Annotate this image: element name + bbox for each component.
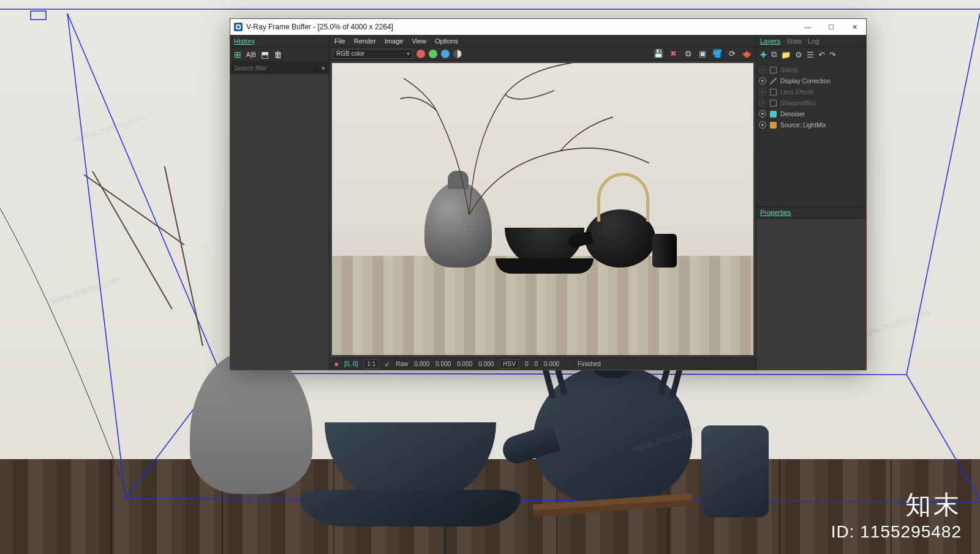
alpha-channel-icon[interactable]: [453, 50, 462, 58]
region-render-icon[interactable]: ⧉: [682, 48, 693, 59]
layer-list: Stamp Display Correction Lens Effects Sh…: [756, 62, 866, 133]
hsv-v: 0.000: [544, 361, 559, 367]
history-toolbar: ⊞ A|B ⬒ 🗑: [230, 47, 329, 62]
layer-type-icon: [770, 89, 777, 95]
properties-body[interactable]: [756, 219, 866, 370]
brand-text: 知末: [831, 488, 962, 522]
history-panel: History ⊞ A|B ⬒ 🗑 Search filter ⌕ ▾: [230, 35, 330, 370]
raw-g: 0.000: [435, 361, 451, 367]
main-toolbar: RGB color 💾 ✖ ⧉ ▣ 🪣 ⟳ 🫖: [330, 47, 756, 61]
render-icon[interactable]: ▣: [697, 48, 708, 59]
svg-line-4: [221, 373, 907, 375]
svg-line-2: [67, 13, 126, 499]
menu-image[interactable]: Image: [385, 37, 404, 45]
raw-a: 0.000: [478, 361, 494, 367]
menu-file[interactable]: File: [334, 37, 345, 45]
history-panel-title[interactable]: History: [230, 35, 329, 47]
render-state: Finished: [578, 361, 601, 367]
hsv-h: 0: [525, 361, 529, 367]
layer-label: Display Correction: [780, 78, 831, 84]
raw-label: Raw: [396, 361, 408, 367]
channel-dropdown[interactable]: RGB color: [333, 49, 413, 59]
layer-type-icon: [770, 78, 777, 84]
settings-icon[interactable]: ⚙: [795, 50, 802, 59]
window-title: V-Ray Frame Buffer - [25.0% of 4000 x 22…: [246, 23, 393, 31]
center-panel: File Render Image View Options RGB color…: [330, 35, 756, 370]
layer-type-icon: [770, 111, 777, 118]
layer-type-icon: [770, 122, 777, 129]
red-channel-icon[interactable]: [417, 50, 425, 58]
layer-row[interactable]: Display Correction: [759, 75, 864, 86]
layer-label: Sharpen/Blur: [780, 100, 816, 107]
channel-value: RGB color: [336, 50, 364, 57]
history-save-icon[interactable]: ⊞: [234, 50, 241, 59]
layer-label: Stamp: [780, 67, 798, 73]
layer-label: Denoiser: [780, 111, 805, 118]
save-image-icon[interactable]: 💾: [653, 48, 664, 59]
blue-channel-icon[interactable]: [441, 50, 450, 58]
svg-line-7: [907, 375, 980, 501]
eye-icon[interactable]: [759, 77, 766, 84]
folder-icon[interactable]: 📁: [781, 50, 791, 59]
properties-header[interactable]: Properties: [756, 206, 866, 219]
asset-id: ID: 1155295482: [831, 522, 962, 542]
eye-icon[interactable]: [759, 110, 766, 118]
status-bar: ■ [0, 0] 1:1 ↙ Raw 0.000 0.000 0.000 0.0…: [330, 357, 756, 370]
tab-layers[interactable]: Layers: [760, 37, 780, 45]
menu-view[interactable]: View: [412, 37, 426, 45]
render-canvas-wrap: [330, 61, 756, 357]
teapot-icon[interactable]: 🫖: [741, 48, 752, 59]
scene-cup: [701, 425, 769, 517]
refresh-icon[interactable]: ⟳: [726, 48, 737, 59]
layer-row[interactable]: Stamp: [759, 64, 864, 75]
layer-row[interactable]: Denoiser: [759, 108, 864, 119]
menu-bar: File Render Image View Options: [330, 35, 756, 47]
tab-log[interactable]: Log: [808, 37, 819, 45]
layers-toolbar: ✚ ⧉ 📁 ⚙ ☰ ↶ ↷: [756, 47, 866, 62]
history-list[interactable]: [230, 74, 329, 370]
minimize-button[interactable]: —: [796, 19, 820, 35]
list-icon[interactable]: ☰: [807, 50, 814, 59]
hsv-chip[interactable]: HSV: [500, 359, 519, 369]
tab-stats[interactable]: Stats: [786, 37, 802, 45]
search-placeholder: Search filter: [234, 65, 315, 72]
search-icon[interactable]: ⌕: [315, 64, 319, 72]
bucket-icon[interactable]: 🪣: [712, 48, 723, 59]
layer-label: Lens Effects: [780, 89, 814, 95]
undo-icon[interactable]: ↶: [818, 50, 825, 59]
curve-icon[interactable]: ↙: [385, 361, 390, 367]
green-channel-icon[interactable]: [429, 50, 437, 58]
status-coord: [0, 0]: [344, 361, 358, 367]
eye-icon[interactable]: [759, 99, 766, 107]
layer-row[interactable]: Lens Effects: [759, 86, 864, 97]
raw-r: 0.000: [414, 361, 429, 367]
scene-bowl: [325, 422, 496, 508]
menu-options[interactable]: Options: [435, 37, 458, 45]
layer-type-icon: [770, 100, 777, 107]
svg-rect-0: [31, 11, 46, 20]
eye-icon[interactable]: [759, 121, 766, 129]
window-titlebar[interactable]: V-Ray Frame Buffer - [25.0% of 4000 x 22…: [230, 19, 866, 35]
eye-icon[interactable]: [759, 66, 766, 73]
scale-chip[interactable]: 1:1: [364, 359, 379, 369]
raw-b: 0.000: [457, 361, 472, 367]
history-ab-icon[interactable]: A|B: [246, 51, 256, 58]
history-search[interactable]: Search filter ⌕ ▾: [230, 62, 329, 74]
history-trash-icon[interactable]: 🗑: [274, 50, 282, 59]
layer-row[interactable]: Sharpen/Blur: [759, 97, 864, 108]
layer-row[interactable]: Source: LightMix: [759, 119, 864, 130]
history-load-icon[interactable]: ⬒: [261, 50, 269, 59]
menu-render[interactable]: Render: [354, 37, 376, 45]
site-watermark: 知末 ID: 1155295482: [831, 488, 962, 542]
maximize-button[interactable]: ☐: [820, 19, 843, 35]
clear-image-icon[interactable]: ✖: [668, 48, 679, 59]
eye-icon[interactable]: [759, 88, 766, 95]
close-button[interactable]: ✕: [843, 19, 866, 35]
layer-label: Source: LightMix: [780, 122, 826, 129]
dup-layer-icon[interactable]: ⧉: [771, 50, 777, 59]
add-layer-icon[interactable]: ✚: [760, 50, 767, 59]
layers-panel: Layers Stats Log ✚ ⧉ 📁 ⚙ ☰ ↶ ↷ Stamp Dis…: [756, 35, 866, 370]
render-canvas[interactable]: [332, 63, 753, 355]
right-tabs: Layers Stats Log: [756, 35, 866, 47]
redo-icon[interactable]: ↷: [829, 50, 836, 59]
